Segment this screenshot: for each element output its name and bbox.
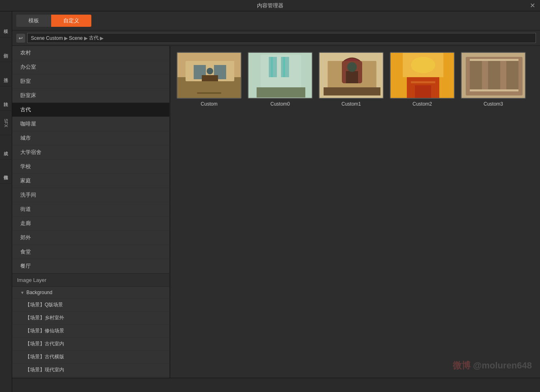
thumb-custom3[interactable]: Custom3 — [461, 52, 526, 107]
thumb-label-custom: Custom — [201, 101, 217, 107]
list-item-zoulang[interactable]: 走廊 — [12, 217, 169, 231]
svg-rect-32 — [506, 59, 518, 91]
thumb-img-custom — [177, 52, 242, 99]
svg-rect-5 — [202, 75, 218, 81]
image-layer-header: Image Layer — [12, 273, 169, 287]
svg-rect-17 — [346, 71, 358, 83]
sidebar-item-chengjiu[interactable]: 成就 — [0, 135, 12, 160]
sidebar-item-xuanze[interactable]: 选择 — [0, 62, 12, 87]
breadcrumb-bar: ↩ Scene Custom ▶ Scene ▶ 古代 ▶ — [12, 30, 540, 46]
thumb-label-custom1: Custom1 — [341, 101, 361, 107]
tab-bar: 模板 自定义 — [12, 11, 540, 30]
list-item-kafei[interactable]: 咖啡屋 — [12, 117, 169, 131]
thumb-custom0[interactable]: Custom0 — [248, 52, 313, 107]
svg-rect-12 — [271, 57, 273, 77]
sidebar-item-moban[interactable]: 模板 — [0, 13, 12, 38]
list-item-woshichuang[interactable]: 卧室床 — [12, 89, 169, 103]
bottom-bar — [12, 378, 540, 392]
tree-background[interactable]: ▼ Background — [12, 287, 169, 299]
breadcrumb-gudai[interactable]: 古代 — [89, 35, 99, 41]
thumb-img-custom1 — [319, 52, 384, 99]
list-item-jiedao[interactable]: 街道 — [12, 202, 169, 217]
list-item-jiating[interactable]: 家庭 — [12, 174, 169, 188]
content-area: 模板 自定义 ↩ Scene Custom ▶ Scene ▶ 古代 ▶ 农村 … — [12, 11, 540, 392]
svg-point-18 — [347, 62, 357, 72]
svg-point-6 — [207, 68, 213, 74]
sidebar-item-sfx[interactable]: SFX — [0, 111, 12, 135]
tree-item-qban[interactable]: 【场景】Q版场景 — [12, 299, 169, 312]
thumbnails-grid: Custom — [177, 52, 534, 107]
list-item-bangongshi[interactable]: 办公室 — [12, 60, 169, 74]
sidebar-item-tiao[interactable]: 跳转 — [0, 87, 12, 111]
background-label: Background — [26, 290, 52, 295]
svg-rect-30 — [470, 59, 482, 91]
thumb-custom1[interactable]: Custom1 — [319, 52, 384, 107]
sidebar-label-sfx: SFX — [4, 119, 9, 127]
thumb-img-custom3 — [461, 52, 526, 99]
thumb-custom[interactable]: Custom — [177, 52, 242, 107]
list-item-gudai[interactable]: 古代 — [12, 103, 169, 117]
list-item-xuexiao[interactable]: 学校 — [12, 160, 169, 174]
breadcrumb-scene[interactable]: Scene — [69, 35, 83, 41]
sidebar-item-shuxing[interactable]: 属性动作 — [0, 160, 12, 184]
thumb-img-custom0 — [248, 52, 313, 99]
list-item-nongcun[interactable]: 农村 — [12, 46, 169, 60]
thumb-label-custom3: Custom3 — [484, 101, 503, 107]
tree-item-gudainei[interactable]: 【场景】古代室内 — [12, 338, 169, 351]
tree-item-xiuxian[interactable]: 【场景】修仙场景 — [12, 325, 169, 338]
tab-custom[interactable]: 自定义 — [51, 15, 91, 27]
list-item-daxue[interactable]: 大学宿舍 — [12, 145, 169, 160]
svg-rect-34 — [470, 89, 518, 91]
close-button[interactable]: ✕ — [529, 2, 536, 9]
thumb-label-custom0: Custom0 — [270, 101, 290, 107]
breadcrumb-scene-custom[interactable]: Scene Custom — [31, 35, 63, 41]
list-item-chengshi[interactable]: 城市 — [12, 131, 169, 145]
breadcrumb-sep-1: ▶ — [64, 35, 68, 41]
tree-item-xiangcun[interactable]: 【场景】乡村室外 — [12, 312, 169, 325]
svg-point-25 — [411, 57, 435, 73]
content-panel: Custom — [171, 46, 540, 378]
list-item-canting[interactable]: 餐厅 — [12, 259, 169, 273]
list-item-shitang[interactable]: 食堂 — [12, 245, 169, 259]
title-bar: 内容管理器 ✕ — [0, 0, 540, 11]
sidebar-item-juqing[interactable]: 剧情 — [0, 38, 12, 62]
list-item-xishoushou[interactable]: 洗手间 — [12, 188, 169, 202]
breadcrumb-sep-2: ▶ — [84, 35, 88, 41]
list-panel: 农村 办公室 卧室 卧室床 古代 咖啡屋 城市 大学宿舍 学校 家庭 洗手间 街… — [12, 46, 171, 378]
tree-item-xiandainei[interactable]: 【场景】现代室内 — [12, 364, 169, 377]
tree-item-gudaiheng[interactable]: 【场景】古代横版 — [12, 351, 169, 364]
back-button[interactable]: ↩ — [16, 34, 25, 43]
svg-rect-19 — [324, 87, 380, 95]
list-item-jiaowai[interactable]: 郊外 — [12, 231, 169, 245]
list-item-woshi[interactable]: 卧室 — [12, 74, 169, 89]
tab-template[interactable]: 模板 — [16, 15, 51, 27]
background-toggle-icon: ▼ — [20, 290, 24, 295]
thumb-label-custom2: Custom2 — [413, 101, 432, 107]
svg-rect-31 — [488, 59, 500, 91]
svg-rect-26 — [415, 85, 431, 99]
breadcrumb-sep-3: ▶ — [100, 35, 104, 41]
icon-sidebar: 模板 剧情 选择 跳转 SFX 成就 属性动作 — [0, 11, 12, 392]
breadcrumb-path: Scene Custom ▶ Scene ▶ 古代 ▶ — [27, 33, 536, 43]
thumb-custom2[interactable]: Custom2 — [390, 52, 455, 107]
thumb-img-custom2 — [390, 52, 455, 99]
svg-rect-23 — [411, 81, 435, 83]
svg-rect-33 — [470, 59, 518, 61]
main-container: 模板 剧情 选择 跳转 SFX 成就 属性动作 模板 自定义 ↩ — [0, 11, 540, 392]
svg-rect-13 — [283, 57, 285, 77]
window-title: 内容管理器 — [257, 2, 283, 9]
split-panel: 农村 办公室 卧室 卧室床 古代 咖啡屋 城市 大学宿舍 学校 家庭 洗手间 街… — [12, 46, 540, 378]
svg-rect-11 — [257, 87, 305, 97]
